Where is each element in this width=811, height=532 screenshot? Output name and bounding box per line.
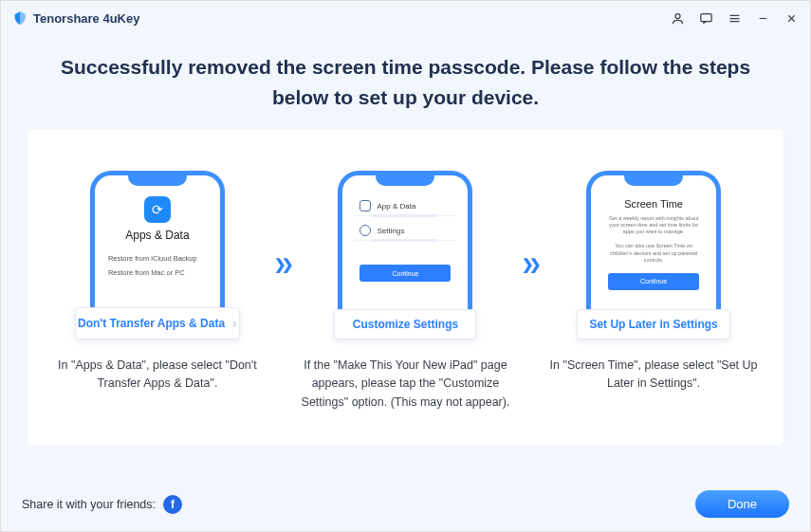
close-button[interactable] [783,10,799,26]
app-title: Tenorshare 4uKey [33,11,139,26]
step-1-option-2: Restore from Mac or PC [106,266,209,280]
page-heading: Successfully removed the screen time pas… [1,52,810,112]
facebook-icon[interactable]: f [163,495,182,514]
step-3-phone: Screen Time Get a weekly report with ins… [569,171,738,338]
step-2-continue: Continue [359,265,451,282]
step-3-desc: In "Screen Time", please select "Set Up … [544,357,763,394]
step-1-callout: Don't Transfer Apps & Data [75,307,240,339]
layers-icon [359,200,371,211]
arrow-icon: ❯❯ [274,256,289,273]
step-2-phone: App & Data Settings Continue Customize S… [321,171,489,338]
menu-icon[interactable] [727,10,742,26]
minimize-button[interactable] [755,10,770,26]
titlebar: Tenorshare 4uKey [1,1,810,35]
gear-icon [359,225,371,236]
step-3: Screen Time Get a weekly report with ins… [544,171,763,394]
step-2-callout: Customize Settings [334,309,476,339]
step-3-callout: Set Up Later in Settings [577,309,730,339]
arrow-icon: ❯❯ [522,256,537,273]
step-1-phone-title: Apps & Data [106,229,209,242]
step-2-desc: If the "Make This Your New iPad" page ap… [296,357,514,412]
done-button[interactable]: Done [695,490,789,518]
step-3-phone-title: Screen Time [602,198,705,210]
titlebar-right [670,10,799,26]
svg-point-0 [675,13,680,18]
footer: Share it with your friends: f Done [1,479,810,531]
step-1-desc: In "Apps & Data", please select "Don't T… [48,357,267,394]
steps-card: ⟳ Apps & Data Restore from iCloud Backup… [28,129,783,446]
step-3-sub-1: Get a weekly report with insights about … [602,215,705,235]
svg-rect-1 [700,13,710,21]
account-icon[interactable] [670,10,685,26]
step-2: App & Data Settings Continue Customize S… [296,171,514,412]
titlebar-left: Tenorshare 4uKey [12,10,139,26]
share-label: Share it with your friends: [22,498,156,511]
step-2-row-1: App & Data [377,202,415,211]
step-1-option-1: Restore from iCloud Backup [106,251,209,266]
app-logo-icon [12,10,28,26]
restore-icon: ⟳ [144,196,171,223]
feedback-icon[interactable] [698,10,713,26]
step-3-sub-2: You can also use Screen Time on children… [602,243,705,263]
step-1: ⟳ Apps & Data Restore from iCloud Backup… [48,171,267,394]
step-2-row-2: Settings [377,227,404,235]
step-1-phone: ⟳ Apps & Data Restore from iCloud Backup… [73,171,242,338]
step-3-continue: Continue [608,273,699,290]
